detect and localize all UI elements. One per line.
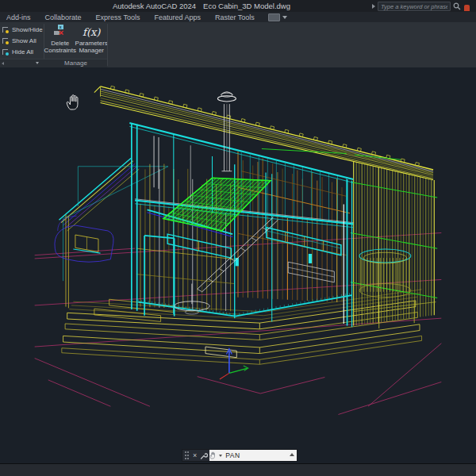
tab-collaborate[interactable]: Collaborate — [38, 13, 89, 21]
active-command: PAN — [225, 451, 240, 459]
show-hide-button[interactable]: Show/Hide — [0, 24, 44, 35]
document-title: Eco Cabin_3D Model.dwg — [203, 2, 290, 10]
wireframe-model — [0, 67, 476, 463]
panel-separator — [107, 24, 108, 66]
dock-collapse-icon[interactable] — [290, 453, 294, 456]
delete-constraints-button[interactable]: x × Delete Constraints — [44, 24, 75, 54]
show-all-button[interactable]: Show All — [0, 35, 44, 46]
magnifier-icon[interactable] — [453, 2, 461, 10]
show-all-label: Show All — [12, 37, 36, 44]
customize-wrench-icon[interactable] — [199, 451, 208, 460]
tab-express-tools[interactable]: Express Tools — [89, 13, 148, 21]
window-title: Autodesk AutoCAD 2024 Eco Cabin_3D Model… — [113, 0, 290, 12]
hide-all-button[interactable]: Hide All — [0, 46, 44, 57]
autocad-window: Autodesk AutoCAD 2024 Eco Cabin_3D Model… — [0, 0, 476, 476]
constraint-bulb-icon — [2, 37, 10, 44]
fx-icon: f(x) — [83, 29, 100, 36]
ribbon-tab-bar: Add-ins Collaborate Express Tools Featur… — [0, 12, 476, 22]
panel-collapse-icon[interactable] — [2, 62, 4, 65]
parameters-manager-button[interactable]: f(x) Parameters Manager — [76, 24, 107, 54]
constraint-bulb-icon — [2, 26, 10, 33]
command-line-dock[interactable]: × PAN — [182, 449, 298, 462]
ribbon-display-options-icon[interactable] — [268, 13, 280, 21]
panel-expand-icon[interactable] — [36, 62, 39, 64]
hide-all-label: Hide All — [12, 48, 33, 56]
delete-constraints-icon: x × — [53, 25, 67, 39]
pan-hand-icon — [209, 451, 217, 459]
tab-featured-apps[interactable]: Featured Apps — [147, 13, 208, 21]
drawing-viewport[interactable] — [0, 67, 476, 463]
ribbon: Show/Hide Show All Hide All x × Delete C… — [0, 22, 476, 68]
chevron-down-icon[interactable] — [282, 16, 287, 19]
close-icon[interactable]: × — [190, 450, 199, 461]
manage-panel-label: Manage — [44, 60, 107, 67]
constraint-visibility-panel: Show/Hide Show All Hide All — [0, 22, 44, 59]
tab-raster-tools[interactable]: Raster Tools — [208, 13, 262, 21]
command-input[interactable]: PAN — [209, 450, 297, 461]
search-input[interactable] — [378, 2, 451, 11]
layout-tab-strip — [0, 463, 476, 476]
dock-drag-handle-icon[interactable] — [184, 451, 189, 460]
tab-add-ins[interactable]: Add-ins — [0, 13, 38, 21]
constraint-bulb-icon — [2, 48, 10, 56]
signin-avatar-icon[interactable] — [464, 5, 470, 11]
show-hide-label: Show/Hide — [12, 26, 43, 33]
panel-label-row: Manage — [0, 59, 107, 67]
command-options-caret-icon[interactable] — [219, 455, 222, 457]
title-bar: Autodesk AutoCAD 2024 Eco Cabin_3D Model… — [0, 0, 476, 12]
app-title: Autodesk AutoCAD 2024 — [113, 2, 196, 10]
manage-panel: x × Delete Constraints f(x) Parameters M… — [44, 22, 107, 59]
search-expand-icon[interactable] — [372, 4, 375, 9]
